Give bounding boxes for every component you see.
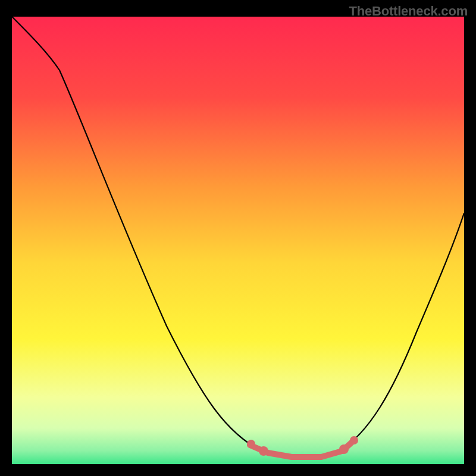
chart-container: TheBottleneck.com bbox=[0, 0, 476, 476]
chart-svg bbox=[12, 17, 464, 464]
highlight-dot-right-1 bbox=[339, 444, 349, 454]
gradient-background bbox=[12, 17, 464, 464]
plot-area bbox=[12, 17, 464, 464]
highlight-dot-left-2 bbox=[259, 446, 268, 456]
highlight-dot-left-1 bbox=[247, 440, 255, 448]
highlight-dot-right-2 bbox=[350, 436, 358, 444]
